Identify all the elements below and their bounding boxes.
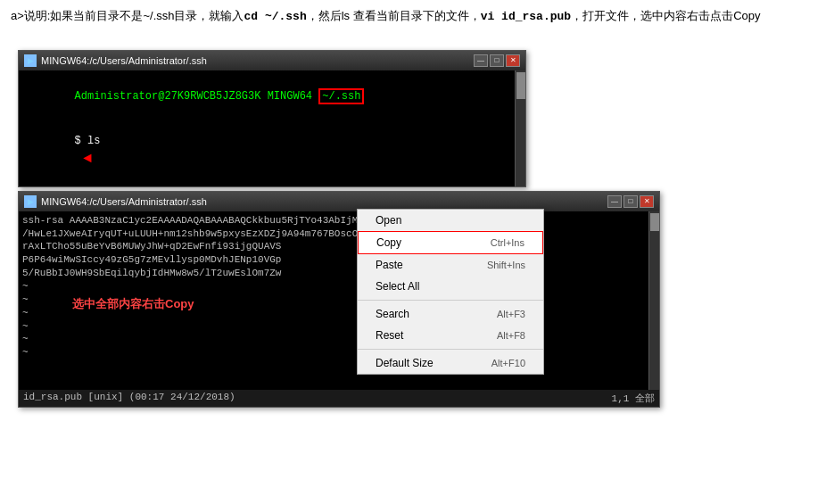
menu-selectall-label: Select All xyxy=(376,280,419,293)
menu-defaultsize-shortcut: Alt+F10 xyxy=(491,358,525,368)
context-menu: Open Copy Ctrl+Ins Paste Shift+Ins Selec… xyxy=(357,209,544,375)
title-left-1: ▶ MINGW64:/c/Users/Administrator/.ssh xyxy=(24,54,207,67)
term1-prompt1: Administrator@27K9RWCB5JZ8G3K MINGW64 xyxy=(75,90,312,103)
menu-paste-shortcut: Shift+Ins xyxy=(487,260,525,270)
term2-line-1: /HwLe1JXweAIryqUT+uLUUH+nm12shb9w5pxysEz… xyxy=(22,227,656,241)
term2-tilde-4: ~ xyxy=(22,320,656,334)
menu-item-copy[interactable]: Copy Ctrl+Ins xyxy=(358,231,543,254)
restore-button-1[interactable]: □ xyxy=(490,54,504,67)
term1-line1: Administrator@27K9RWCB5JZ8G3K MINGW64 ~/… xyxy=(23,74,521,119)
statusbar-right: 1,1 全部 xyxy=(612,392,655,405)
term2-line-2: rAxLTCho55uBeYvB6MUWyJhW+qD2EwFnfi93ijgQ… xyxy=(22,240,656,253)
terminal-body-1: Administrator@27K9RWCB5JZ8G3K MINGW64 ~/… xyxy=(19,70,525,186)
window-controls-1: — □ ✕ xyxy=(474,54,520,67)
term2-line-4: 5/RuBbIJ0WH9SbEqilqybjIdHMw8w5/lT2uwEslO… xyxy=(22,267,656,280)
instruction-block: a>说明:如果当前目录不是~/.ssh目录，就输入cd ~/.ssh，然后ls … xyxy=(0,0,834,34)
title-left-2: ▶ MINGW64:/c/Users/Administrator/.ssh xyxy=(24,195,207,208)
instruction-text-part1: a>说明:如果当前目录不是~/.ssh目录，就输入 xyxy=(11,9,244,22)
statusbar-text: id_rsa.pub [unix] (00:17 24/12/2018) xyxy=(23,392,235,405)
menu-defaultsize-label: Default Size xyxy=(376,357,434,369)
window2-wrapper: ▶ MINGW64:/c/Users/Administrator/.ssh — … xyxy=(18,191,825,408)
terminals-area: ▶ MINGW64:/c/Users/Administrator/.ssh — … xyxy=(0,50,834,408)
menu-open-label: Open xyxy=(376,214,401,227)
terminal-body-2: ssh-rsa AAAAB3NzaC1yc2EAAAADAQABAAABAQCk… xyxy=(19,211,659,390)
window-title-text-2: MINGW64:/c/Users/Administrator/.ssh xyxy=(41,196,207,207)
scrollbar-1[interactable] xyxy=(515,70,525,186)
terminal-icon-1: ▶ xyxy=(24,54,37,67)
term1-path-highlight: ~/.ssh xyxy=(318,88,364,104)
menu-item-reset[interactable]: Reset Alt+F8 xyxy=(358,325,543,346)
term2-tilde-6: ~ xyxy=(22,346,656,359)
instruction-text-part2: ，然后ls 查看当前目录下的文件， xyxy=(307,9,481,22)
window-title-text-1: MINGW64:/c/Users/Administrator/.ssh xyxy=(41,55,207,66)
restore-button-2[interactable]: □ xyxy=(623,195,638,208)
term1-ls: $ ls xyxy=(75,135,101,147)
menu-item-selectall[interactable]: Select All xyxy=(358,276,543,297)
terminal-window-2: ▶ MINGW64:/c/Users/Administrator/.ssh — … xyxy=(18,191,660,408)
menu-divider-2 xyxy=(358,349,543,350)
minimize-button-2[interactable]: — xyxy=(607,195,622,208)
minimize-button-1[interactable]: — xyxy=(474,54,488,67)
term1-line2: $ ls ◄ xyxy=(23,119,521,184)
menu-divider-1 xyxy=(358,300,543,301)
menu-item-open[interactable]: Open xyxy=(358,210,543,231)
terminal-window-1: ▶ MINGW64:/c/Users/Administrator/.ssh — … xyxy=(18,50,526,187)
term2-line-0: ssh-rsa AAAAB3NzaC1yc2EAAAADAQABAAABAQCk… xyxy=(22,214,656,227)
menu-copy-shortcut: Ctrl+Ins xyxy=(491,237,524,248)
code-cd: cd ~/.ssh xyxy=(244,10,306,23)
menu-paste-label: Paste xyxy=(376,259,403,271)
arrow-ls: ◄ xyxy=(75,151,92,167)
term2-tilde-5: ~ xyxy=(22,333,656,346)
close-button-1[interactable]: ✕ xyxy=(506,54,520,67)
menu-item-defaultsize[interactable]: Default Size Alt+F10 xyxy=(358,352,543,374)
instruction-text-part3: ，打开文件，选中内容右击点击Copy xyxy=(571,9,760,22)
terminal-icon-2: ▶ xyxy=(24,195,37,208)
statusbar-2: id_rsa.pub [unix] (00:17 24/12/2018) 1,1… xyxy=(19,390,659,407)
scrollbar-thumb-2[interactable] xyxy=(650,213,659,231)
close-button-2[interactable]: ✕ xyxy=(640,195,654,208)
scrollbar-2[interactable] xyxy=(648,211,659,390)
menu-search-label: Search xyxy=(376,308,409,320)
term2-tilde-1: ~ xyxy=(22,280,656,293)
menu-item-search[interactable]: Search Alt+F3 xyxy=(358,303,543,325)
titlebar-2[interactable]: ▶ MINGW64:/c/Users/Administrator/.ssh — … xyxy=(19,192,659,211)
code-vi: vi id_rsa.pub xyxy=(481,10,571,23)
menu-search-shortcut: Alt+F3 xyxy=(497,309,525,319)
menu-reset-label: Reset xyxy=(376,329,403,342)
term1-line3: id_rsa id_rsa.pub xyxy=(23,184,521,186)
titlebar-1[interactable]: ▶ MINGW64:/c/Users/Administrator/.ssh — … xyxy=(19,51,525,70)
scrollbar-thumb-1[interactable] xyxy=(516,72,525,99)
menu-item-paste[interactable]: Paste Shift+Ins xyxy=(358,254,543,276)
menu-copy-label: Copy xyxy=(376,236,401,249)
menu-reset-shortcut: Alt+F8 xyxy=(497,330,525,341)
window-controls-2: — □ ✕ xyxy=(607,195,654,208)
chinese-copy-instruction: 选中全部内容右击Copy xyxy=(72,296,194,312)
term2-line-3: P6P64wiMwSIccy49zG5g7zMEvllysp0MDvhJENp1… xyxy=(22,253,656,267)
